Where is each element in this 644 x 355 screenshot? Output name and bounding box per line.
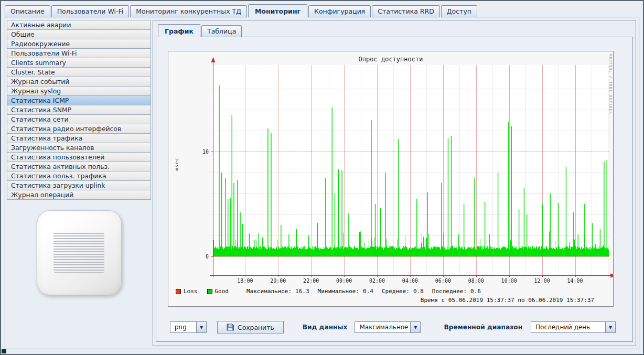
main-tabbar: Описание Пользователи Wi-Fi Мониторинг к… xyxy=(5,4,639,17)
availability-chart: Опрос доступности RRDTOOL / TOBI OETIKER… xyxy=(168,51,614,307)
sidebar: Активные аварии Общие Радиоокружение Пол… xyxy=(7,20,151,346)
loss-legend-swatch xyxy=(176,289,181,294)
data-view-label: Вид данных xyxy=(303,324,348,331)
chart-legend: Loss Good Максимальное:16.3 Минимальное:… xyxy=(176,288,481,295)
stat-min: Минимальное:0.4 xyxy=(318,288,373,295)
tab-access[interactable]: Доступ xyxy=(441,5,477,17)
window-corner-artifact xyxy=(2,349,6,353)
chart-y-axis-label: msec xyxy=(174,148,179,180)
data-view-select[interactable]: Максимальное ▼ xyxy=(355,321,421,333)
chart-plot-canvas xyxy=(168,51,613,285)
format-select[interactable]: png ▼ xyxy=(170,321,207,333)
sidebar-item-radio-environment[interactable]: Радиоокружение xyxy=(7,39,151,49)
data-view-select-value: Максимальное xyxy=(355,322,410,332)
data-view-arrow-icon[interactable]: ▼ xyxy=(410,322,420,332)
app-window: Описание Пользователи Wi-Fi Мониторинг к… xyxy=(0,0,644,355)
sidebar-item-user-traffic-statistics[interactable]: Статистика польз. трафика xyxy=(7,171,151,181)
sidebar-item-syslog[interactable]: Журнал syslog xyxy=(7,86,151,96)
chart-time-range: Время с 05.06.2019 15:37:37 по 06.06.201… xyxy=(421,297,594,304)
sidebar-item-event-log[interactable]: Журнал событий xyxy=(7,77,151,87)
format-arrow-icon[interactable]: ▼ xyxy=(196,322,206,332)
sidebar-item-snmp-statistics[interactable]: Статистика SNMP xyxy=(7,105,151,115)
sidebar-item-channel-load[interactable]: Загруженность каналов xyxy=(7,143,151,153)
save-button-label: Сохранить xyxy=(238,324,274,331)
time-range-label: Временной диапазон xyxy=(444,324,522,331)
sidebar-item-traffic-statistics[interactable]: Статистика трафика xyxy=(7,133,151,143)
stat-avg: Среднее:0.8 xyxy=(382,288,424,295)
device-vent-grille xyxy=(53,233,104,273)
sidebar-item-user-statistics[interactable]: Статистика пользователей xyxy=(7,152,151,162)
access-point-photo xyxy=(37,210,122,295)
sidebar-item-active-alarms[interactable]: Активные аварии xyxy=(7,20,151,30)
tab-description[interactable]: Описание xyxy=(5,5,50,17)
sidebar-item-icmp-statistics[interactable]: Статистика ICMP xyxy=(7,95,151,105)
stat-max: Максимальное:16.3 xyxy=(246,288,309,295)
view-tabbar: График Таблица xyxy=(158,25,242,37)
chart-controls: png ▼ Сохранить xyxy=(170,320,627,334)
chart-title: Опрос доступности xyxy=(168,56,613,63)
sidebar-item-clients-summary[interactable]: Clients summary xyxy=(7,58,151,68)
tab-configuration[interactable]: Конфигурация xyxy=(308,5,371,17)
content-panel: Активные аварии Общие Радиоокружение Пол… xyxy=(5,17,639,349)
sidebar-item-cluster-state[interactable]: Cluster. State xyxy=(7,67,151,77)
format-select-value: png xyxy=(170,322,196,332)
tab-graph[interactable]: График xyxy=(158,24,200,37)
tab-table[interactable]: Таблица xyxy=(201,25,242,37)
monitoring-panel: График Таблица Опрос доступности RRDTOOL… xyxy=(153,20,636,346)
tab-rrd-statistics[interactable]: Статистика RRD xyxy=(372,5,440,17)
tab-wifi-users[interactable]: Пользователи Wi-Fi xyxy=(51,5,130,17)
sidebar-item-wifi-users[interactable]: Пользователи Wi-Fi xyxy=(7,48,151,58)
save-button[interactable]: Сохранить xyxy=(217,321,284,334)
sidebar-item-general[interactable]: Общие xyxy=(7,29,151,39)
time-range-arrow-icon[interactable]: ▼ xyxy=(605,322,615,332)
good-legend-label: Good xyxy=(215,288,229,295)
time-range-select-value: Последний день xyxy=(531,322,605,332)
tab-monitoring[interactable]: Мониторинг xyxy=(248,4,307,17)
sidebar-item-uplink-load-statistics[interactable]: Статистика загрузки uplink xyxy=(7,180,151,190)
rrdtool-watermark: RRDTOOL / TOBI OETIKER xyxy=(608,54,613,114)
time-range-select[interactable]: Последний день ▼ xyxy=(531,321,616,333)
stat-last: Последнее:0.6 xyxy=(432,288,481,295)
loss-legend-label: Loss xyxy=(184,288,198,295)
sidebar-item-active-users-statistics[interactable]: Статистика активных польз. xyxy=(7,162,151,171)
sidebar-item-radio-interface-statistics[interactable]: Статистика радио интерфейсов xyxy=(7,124,151,134)
save-icon xyxy=(227,324,234,331)
good-legend-swatch xyxy=(207,289,212,294)
sidebar-item-network-statistics[interactable]: Статистика сети xyxy=(7,114,151,124)
sidebar-item-operations-log[interactable]: Журнал операций xyxy=(7,190,151,200)
graph-tab-content: Опрос доступности RRDTOOL / TOBI OETIKER… xyxy=(156,37,633,342)
tab-competing-ap-monitoring[interactable]: Мониторинг конкурентных ТД xyxy=(130,5,247,17)
